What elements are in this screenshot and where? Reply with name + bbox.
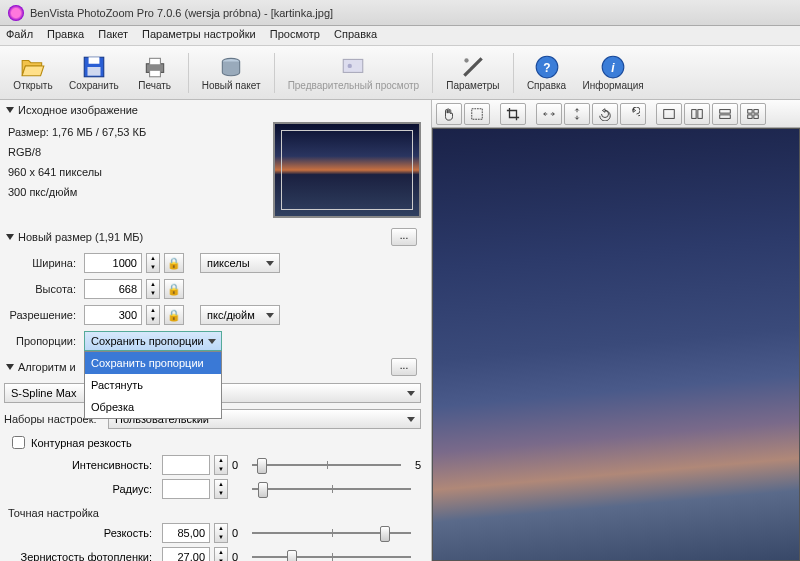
grain-input[interactable] (162, 547, 210, 561)
folder-open-icon (20, 54, 46, 80)
save-button[interactable]: Сохранить (62, 51, 126, 94)
intensity-spinner[interactable]: ▲▼ (214, 455, 228, 475)
menu-params[interactable]: Параметры настройки (142, 28, 256, 43)
crop-tool[interactable] (500, 103, 526, 125)
aspect-option[interactable]: Обрезка (85, 396, 221, 418)
svg-rect-20 (748, 109, 752, 113)
sharpness-spinner[interactable]: ▲▼ (214, 523, 228, 543)
width-spinner[interactable]: ▲▼ (146, 253, 160, 273)
info-icon: i (600, 54, 626, 80)
sharpness-slider[interactable] (242, 523, 421, 543)
svg-rect-5 (149, 70, 160, 77)
flip-h-button[interactable] (536, 103, 562, 125)
select-tool[interactable] (464, 103, 490, 125)
flip-v-button[interactable] (564, 103, 590, 125)
section-newsize[interactable]: Новый размер (1,91 МБ) ... (0, 224, 429, 250)
more-button[interactable]: ... (391, 228, 417, 246)
separator (432, 53, 433, 93)
height-spinner[interactable]: ▲▼ (146, 279, 160, 299)
preview-button[interactable]: Предварительный просмотр (281, 51, 427, 94)
aspect-option[interactable]: Сохранить пропорции (85, 352, 221, 374)
svg-rect-7 (344, 59, 364, 72)
radius-input[interactable] (162, 479, 210, 499)
menu-batch[interactable]: Пакет (98, 28, 128, 43)
more-button[interactable]: ... (391, 358, 417, 376)
intensity-input[interactable] (162, 455, 210, 475)
svg-rect-16 (692, 109, 696, 118)
open-button[interactable]: Открыть (6, 51, 60, 94)
resolution-unit-combo[interactable]: пкс/дюйм (200, 305, 280, 325)
floppy-icon (81, 54, 107, 80)
layout-4-button[interactable] (740, 103, 766, 125)
source-dpi: 300 пкс/дюйм (8, 182, 273, 202)
radius-slider[interactable] (242, 479, 421, 499)
contour-sharpness-checkbox[interactable] (12, 436, 25, 449)
width-input[interactable] (84, 253, 142, 273)
app-icon (8, 5, 24, 21)
aspect-dropdown: Сохранить пропорции Растянуть Обрезка (84, 351, 222, 419)
separator (188, 53, 189, 93)
svg-rect-4 (149, 58, 160, 65)
printer-icon (142, 54, 168, 80)
menu-file[interactable]: Файл (6, 28, 33, 43)
layout-3-button[interactable] (712, 103, 738, 125)
collapse-icon (6, 364, 14, 370)
main-toolbar: Открыть Сохранить Печать Новый пакет Пре… (0, 46, 800, 100)
svg-rect-21 (754, 109, 758, 113)
width-lock[interactable]: 🔒 (164, 253, 184, 273)
sharpness-input[interactable] (162, 523, 210, 543)
aspect-option[interactable]: Растянуть (85, 374, 221, 396)
svg-rect-18 (720, 109, 731, 113)
window-title: BenVista PhotoZoom Pro 7.0.6 (wersja pró… (30, 7, 333, 19)
hand-tool[interactable] (436, 103, 462, 125)
section-source[interactable]: Исходное изображение (0, 100, 429, 120)
svg-rect-1 (88, 57, 99, 64)
right-panel (432, 100, 800, 561)
radius-label: Радиус: (8, 483, 158, 495)
menu-help[interactable]: Справка (334, 28, 377, 43)
aspect-label: Пропорции: (8, 335, 80, 347)
help-icon: ? (534, 54, 560, 80)
titlebar: BenVista PhotoZoom Pro 7.0.6 (wersja pró… (0, 0, 800, 26)
svg-rect-2 (87, 67, 100, 76)
preview-icon (340, 54, 366, 80)
resolution-spinner[interactable]: ▲▼ (146, 305, 160, 325)
grain-slider[interactable] (242, 547, 421, 561)
resolution-label: Разрешение: (8, 309, 80, 321)
radius-spinner[interactable]: ▲▼ (214, 479, 228, 499)
height-input[interactable] (84, 279, 142, 299)
aspect-combo[interactable]: Сохранить пропорции Сохранить пропорции … (84, 331, 222, 351)
resolution-input[interactable] (84, 305, 142, 325)
newbatch-button[interactable]: Новый пакет (195, 51, 268, 94)
svg-rect-19 (720, 114, 731, 118)
layout-2-button[interactable] (684, 103, 710, 125)
help-button[interactable]: ? Справка (520, 51, 574, 94)
image-canvas[interactable] (432, 128, 800, 561)
rotate-left-button[interactable] (592, 103, 618, 125)
source-dims: 960 x 641 пикселы (8, 162, 273, 182)
width-unit-combo[interactable]: пикселы (200, 253, 280, 273)
collapse-icon (6, 107, 14, 113)
print-button[interactable]: Печать (128, 51, 182, 94)
svg-rect-22 (748, 114, 752, 118)
info-button[interactable]: i Информация (576, 51, 651, 94)
separator (513, 53, 514, 93)
height-lock[interactable]: 🔒 (164, 279, 184, 299)
rotate-right-button[interactable] (620, 103, 646, 125)
svg-point-8 (348, 64, 352, 68)
grain-label: Зернистость фотопленки: (8, 551, 158, 561)
height-label: Высота: (8, 283, 80, 295)
grain-spinner[interactable]: ▲▼ (214, 547, 228, 561)
resolution-lock[interactable]: 🔒 (164, 305, 184, 325)
layout-1-button[interactable] (656, 103, 682, 125)
menu-edit[interactable]: Правка (47, 28, 84, 43)
menu-view[interactable]: Просмотр (270, 28, 320, 43)
collapse-icon (6, 234, 14, 240)
intensity-slider[interactable] (242, 455, 411, 475)
settings-button[interactable]: Параметры (439, 51, 506, 94)
width-label: Ширина: (8, 257, 80, 269)
workarea: Исходное изображение Размер: 1,76 МБ / 6… (0, 100, 800, 561)
menubar: Файл Правка Пакет Параметры настройки Пр… (0, 26, 800, 46)
thumbnail-preview[interactable] (273, 122, 421, 218)
source-size: Размер: 1,76 МБ / 67,53 КБ (8, 122, 273, 142)
